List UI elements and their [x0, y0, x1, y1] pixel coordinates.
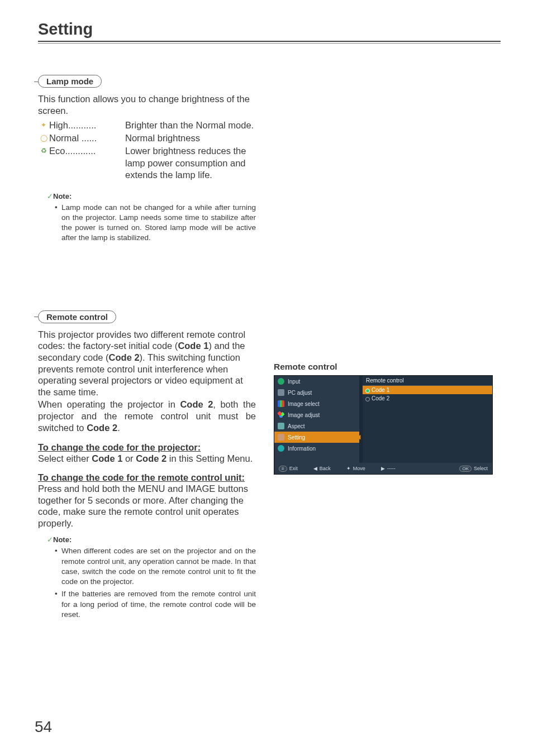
check-icon: ✓ [47, 192, 53, 200]
ok-button-icon: OK [459, 466, 472, 472]
pill-lamp-mode: Lamp mode [38, 75, 102, 88]
remote-paragraph-3: Select either Code 1 or Code 2 in this S… [38, 453, 256, 465]
osd-item-pcadjust: PC adjust [274, 387, 359, 398]
setting-icon [278, 434, 284, 441]
input-icon [278, 378, 284, 385]
title-rule-thin [38, 43, 501, 44]
note-heading: ✓Note: [47, 192, 256, 200]
lamp-mode-eco: ♻ Eco............ Lower brightness reduc… [38, 145, 256, 180]
remote-note-block: ✓Note: • When different codes are set on… [38, 535, 256, 620]
lamp-high-desc: Brighter than the Normal mode. [125, 119, 256, 131]
osd-option-code2: Code 2 [363, 394, 492, 403]
section-heading-lamp: Lamp mode [38, 75, 256, 88]
lamp-mode-list: ✦ High........... Brighter than the Norm… [38, 119, 256, 181]
menu-button-icon: ≡ [279, 466, 287, 472]
page-title: Setting [38, 20, 501, 40]
remote-note-1: • When different codes are set on the pr… [55, 546, 256, 587]
remote-subhead-unit: To change the code for the remote contro… [38, 472, 256, 483]
bullet-icon: • [55, 203, 61, 243]
osd-item-imageselect: Image select [274, 398, 359, 409]
info-icon [278, 445, 284, 452]
lamp-note-text: Lamp mode can not be changed for a while… [61, 203, 256, 243]
osd-footer: ≡Exit ◀Back ✦Move ▶----- OKSelect [274, 463, 492, 474]
remote-note-2-text: If the batteries are removed from the re… [61, 589, 256, 620]
pill-remote-control: Remote control [38, 310, 116, 323]
remote-note-1-text: When different codes are set on the proj… [61, 546, 256, 587]
osd-foot-back: ◀Back [313, 466, 331, 471]
remote-paragraph-2: When operating the projector in Code 2, … [38, 399, 256, 433]
osd-item-imageadjust: Image adjust [274, 409, 359, 420]
section-heading-remote: Remote control [38, 310, 256, 323]
title-rule-thick [38, 41, 501, 42]
osd-foot-move: ✦Move [346, 466, 365, 471]
lamp-normal-desc: Normal brightness [125, 132, 256, 144]
lamp-eco-icon: ♻ [38, 145, 49, 155]
osd-item-information: Information [274, 443, 359, 454]
figure-title: Remote control [274, 362, 497, 372]
osd-screenshot: Input PC adjust Image select Image adjus… [274, 375, 493, 475]
note-heading: ✓Note: [47, 535, 256, 544]
lamp-mode-high: ✦ High........... Brighter than the Norm… [38, 119, 256, 131]
osd-option-code1: Code 1 [363, 386, 492, 394]
osd-foot-dash: ▶----- [381, 466, 396, 471]
lamp-eco-desc: Lower brightness reduces the lamp power … [125, 145, 256, 180]
remote-paragraph-4: Press and hold both the MENU and IMAGE b… [38, 483, 256, 529]
page-number: 54 [35, 718, 52, 736]
remote-figure: Remote control Input PC adjust Image sel… [274, 362, 497, 475]
osd-panel: Remote control Code 1 Code 2 [363, 376, 492, 463]
remote-paragraph-1: This projector provides two different re… [38, 329, 256, 398]
osd-left-arrow-icon: ◀ [356, 433, 360, 441]
lamp-mode-normal: ◯ Normal ...... Normal brightness [38, 132, 256, 144]
image-adjust-icon [278, 412, 284, 418]
lamp-note-block: ✓Note: • Lamp mode can not be changed fo… [38, 192, 256, 243]
osd-panel-title: Remote control [363, 376, 492, 386]
osd-item-aspect: Aspect [274, 420, 359, 432]
aspect-icon [278, 423, 284, 429]
bullet-icon: • [55, 546, 61, 587]
lamp-note-item: • Lamp mode can not be changed for a whi… [55, 203, 256, 243]
image-select-icon [278, 400, 284, 407]
remote-subhead-projector: To change the code for the projector: [38, 442, 256, 453]
remote-note-2: • If the batteries are removed from the … [55, 589, 256, 620]
lamp-intro: This function allows you to change brigh… [38, 93, 256, 116]
osd-sidebar: Input PC adjust Image select Image adjus… [274, 376, 359, 463]
bullet-icon: • [55, 589, 61, 620]
check-icon: ✓ [47, 535, 53, 544]
lamp-normal-icon: ◯ [38, 132, 49, 142]
osd-foot-exit: ≡Exit [279, 466, 298, 472]
lamp-high-icon: ✦ [38, 119, 49, 130]
pc-icon [278, 389, 284, 396]
osd-item-input: Input [274, 376, 359, 387]
osd-foot-select: OKSelect [459, 466, 488, 472]
osd-item-setting: Setting [274, 432, 359, 443]
